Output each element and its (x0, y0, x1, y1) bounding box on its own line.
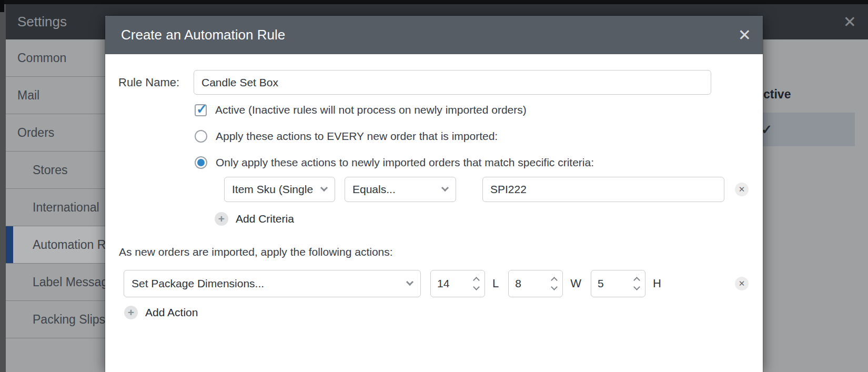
add-criteria-label: Add Criteria (236, 213, 294, 225)
sidebar-item-label: Orders (17, 126, 54, 140)
active-checkbox[interactable]: ✓ (195, 104, 207, 116)
remove-criteria-icon[interactable]: ✕ (735, 183, 749, 196)
sidebar-item-stores[interactable]: Stores (6, 152, 114, 189)
length-unit-label: L (492, 277, 499, 290)
rule-table-row: ✓ (754, 113, 855, 146)
criteria-operator-value: Equals... (352, 177, 396, 202)
check-icon: ✓ (761, 113, 772, 146)
criteria-row: Item Sku (Single Equals... (224, 177, 724, 202)
screen: Settings ✕ Common Mail Orders Stores Int… (0, 0, 868, 372)
sidebar-item-common[interactable]: Common (6, 39, 114, 77)
width-unit-label: W (570, 277, 581, 290)
rule-name-input[interactable] (194, 70, 711, 95)
action-row: Set Package Dimensions... 14 L 8 W 5 (124, 270, 661, 297)
stepper-arrows[interactable] (634, 278, 639, 289)
stepper-down-icon[interactable] (551, 284, 558, 290)
apply-criteria-radio-label: Only apply these actions to newly import… (216, 156, 594, 169)
apply-every-radio[interactable] (195, 130, 207, 143)
actions-heading: As new orders are imported, apply the fo… (119, 246, 393, 258)
stepper-arrows[interactable] (552, 278, 557, 289)
modal-header: Create an Automation Rule ✕ (105, 16, 763, 54)
apply-criteria-radio[interactable] (195, 156, 207, 169)
automation-rule-modal: Create an Automation Rule ✕ Rule Name: ✓… (105, 16, 763, 372)
width-value: 8 (515, 277, 521, 290)
active-checkbox-label: Active (Inactive rules will not process … (215, 104, 527, 116)
action-type-value: Set Package Dimensions... (132, 270, 264, 297)
action-type-select[interactable]: Set Package Dimensions... (124, 270, 421, 297)
modal-title: Create an Automation Rule (121, 16, 285, 54)
sidebar-item-international[interactable]: International (6, 189, 114, 226)
modal-body: Rule Name: ✓ Active (Inactive rules will… (105, 54, 763, 372)
stepper-up-icon[interactable] (551, 277, 558, 284)
length-stepper[interactable]: 14 (430, 270, 485, 297)
page-top-strip (0, 0, 868, 4)
chevron-down-icon (320, 184, 328, 192)
plus-icon: + (124, 306, 138, 319)
add-action-label: Add Action (145, 306, 198, 319)
criteria-value-input[interactable] (482, 177, 724, 202)
settings-sidebar: Common Mail Orders Stores International … (6, 39, 114, 372)
settings-close-icon[interactable]: ✕ (843, 4, 856, 39)
width-stepper[interactable]: 8 (508, 270, 563, 297)
apply-every-option-row: Apply these actions to EVERY new order t… (195, 129, 498, 143)
active-option-row: ✓ Active (Inactive rules will not proces… (195, 103, 527, 117)
selected-indicator-bar (6, 226, 13, 263)
modal-close-icon[interactable]: ✕ (738, 16, 751, 54)
height-stepper[interactable]: 5 (591, 270, 645, 297)
height-value: 5 (598, 277, 604, 290)
stepper-up-icon[interactable] (633, 277, 640, 284)
criteria-field-value: Item Sku (Single (232, 177, 313, 202)
page-corner-block (0, 0, 4, 12)
criteria-operator-select[interactable]: Equals... (345, 177, 456, 202)
stepper-down-icon[interactable] (633, 284, 640, 290)
checkmark-icon: ✓ (196, 102, 207, 117)
chevron-down-icon (406, 278, 413, 286)
rule-name-row: Rule Name: (118, 70, 750, 95)
sidebar-item-label-messages[interactable]: Label Messag (6, 264, 114, 301)
stepper-up-icon[interactable] (473, 277, 480, 284)
stepper-arrows[interactable] (474, 278, 479, 289)
add-criteria-button[interactable]: + Add Criteria (215, 212, 294, 226)
sidebar-item-packing-slips[interactable]: Packing Slips (6, 301, 114, 338)
sidebar-item-mail[interactable]: Mail (6, 77, 114, 114)
height-unit-label: H (653, 277, 661, 290)
sidebar-item-label: Common (17, 51, 66, 65)
criteria-field-select[interactable]: Item Sku (Single (224, 177, 335, 202)
plus-icon: + (215, 212, 228, 226)
apply-criteria-option-row: Only apply these actions to newly import… (195, 156, 594, 169)
remove-action-icon[interactable]: ✕ (735, 277, 749, 290)
sidebar-item-label: Automation R (33, 238, 106, 252)
active-column-header: ctive (763, 87, 791, 102)
sidebar-item-automation-rules[interactable]: Automation R (6, 226, 114, 264)
sidebar-item-label: Stores (33, 163, 67, 177)
apply-every-radio-label: Apply these actions to EVERY new order t… (216, 130, 498, 143)
sidebar-item-label: Mail (17, 88, 39, 103)
sidebar-item-orders[interactable]: Orders (6, 114, 114, 152)
sidebar-item-label: International (33, 200, 99, 215)
length-value: 14 (437, 277, 449, 290)
stepper-down-icon[interactable] (473, 284, 480, 290)
add-action-button[interactable]: + Add Action (124, 306, 198, 319)
settings-title: Settings (17, 4, 67, 39)
rule-name-label: Rule Name: (118, 76, 194, 89)
sidebar-item-label: Label Messag (33, 275, 108, 289)
sidebar-item-label: Packing Slips (33, 313, 105, 327)
chevron-down-icon (441, 184, 449, 192)
